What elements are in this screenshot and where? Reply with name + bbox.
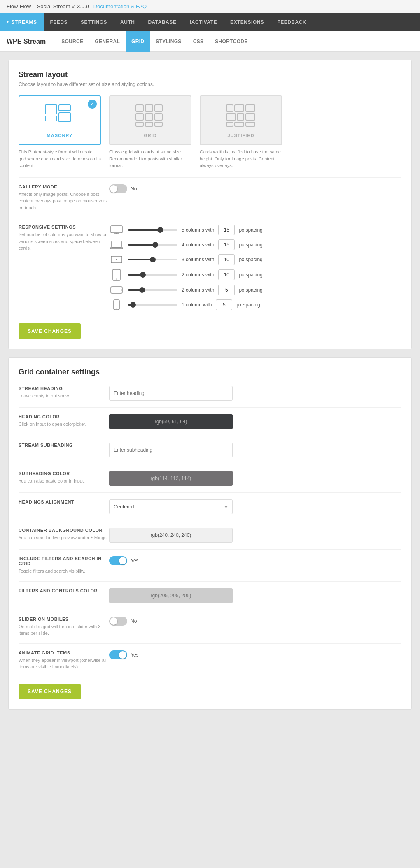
gallery-mode-control: No — [109, 184, 401, 193]
tab-shortcode[interactable]: SHORTCODE — [209, 31, 253, 52]
layout-masonry[interactable]: ✓ MASONRY — [19, 95, 101, 145]
responsive-settings-row: RESPONSIVE SETTINGS Set number of column… — [19, 218, 401, 317]
nav-streams[interactable]: < STREAMS — [0, 13, 44, 31]
slider-mobiles-toggle[interactable]: No — [109, 617, 137, 626]
svg-rect-4 — [136, 105, 143, 111]
filters-color-label-col: FILTERS AND CONTROLS COLOR — [19, 588, 109, 595]
heading-color-label: HEADING COLOR — [19, 414, 109, 419]
nav-feeds[interactable]: FEEDS — [44, 13, 75, 31]
svg-rect-7 — [136, 114, 143, 120]
resp-row-0: 5 columns with px spacing — [109, 225, 263, 235]
layout-justified[interactable]: JUSTIFIED — [200, 95, 282, 145]
nav-activate[interactable]: !ACTIVATE — [183, 13, 224, 31]
nav-database[interactable]: DATABASE — [141, 13, 183, 31]
heading-color-label-col: HEADING COLOR Click on input to open col… — [19, 414, 109, 428]
resp-spacing-4[interactable] — [218, 285, 235, 295]
heading-color-control: rgb(59, 61, 64) — [109, 414, 401, 429]
include-filters-value: Yes — [131, 558, 139, 564]
filters-color-label: FILTERS AND CONTROLS COLOR — [19, 588, 109, 593]
main-nav: < STREAMS FEEDS SETTINGS AUTH DATABASE !… — [0, 13, 420, 31]
tab-source[interactable]: SOURCE — [56, 31, 89, 52]
svg-rect-25 — [112, 241, 121, 247]
device-laptop-icon — [109, 240, 124, 249]
resp-spacing-2[interactable] — [218, 254, 235, 265]
resp-slider-1[interactable] — [128, 244, 177, 246]
responsive-label-col: RESPONSIVE SETTINGS Set number of column… — [19, 225, 109, 252]
animate-grid-label: ANIMATE GRID ITEMS — [19, 650, 109, 655]
svg-rect-8 — [145, 114, 153, 120]
tab-grid[interactable]: GRID — [126, 31, 150, 52]
save-button-1[interactable]: SAVE CHANGES — [19, 323, 81, 339]
resp-text-5: 1 column with — [182, 302, 212, 308]
headings-alignment-select[interactable]: Left Centered Right — [109, 499, 233, 514]
layout-grid[interactable]: GRID — [109, 95, 191, 145]
resp-spacing-3[interactable] — [218, 269, 235, 280]
resp-slider-0[interactable] — [128, 229, 177, 231]
stream-subheading-row: STREAM SUBHEADING — [19, 436, 401, 464]
resp-slider-5[interactable] — [128, 304, 177, 306]
headings-alignment-label-col: HEADINGS ALIGNMENT — [19, 499, 109, 506]
gallery-mode-track[interactable] — [109, 184, 127, 193]
svg-rect-20 — [235, 122, 244, 126]
resp-spacing-1[interactable] — [218, 239, 235, 250]
stream-heading-input[interactable] — [109, 386, 233, 401]
stream-subheading-control — [109, 443, 401, 457]
resp-unit-5: px spacing — [236, 302, 260, 308]
gallery-mode-toggle[interactable]: No — [109, 184, 137, 193]
tab-general[interactable]: GENERAL — [89, 31, 126, 52]
stream-heading-label: STREAM HEADING — [19, 386, 109, 391]
nav-feedback[interactable]: FEEDBACK — [271, 13, 313, 31]
heading-color-swatch[interactable]: rgb(59, 61, 64) — [109, 414, 233, 429]
resp-spacing-5[interactable] — [216, 299, 232, 310]
responsive-grid: 5 columns with px spacing — [109, 225, 263, 310]
resp-slider-3[interactable] — [128, 274, 177, 276]
stream-subheading-input[interactable] — [109, 443, 233, 457]
include-filters-track[interactable] — [109, 556, 127, 565]
svg-rect-16 — [226, 114, 236, 120]
subheading-color-row: SUBHEADING COLOR You can also paste colo… — [19, 464, 401, 492]
animate-grid-thumb — [119, 651, 126, 659]
filters-color-swatch[interactable]: rgb(205, 205, 205) — [109, 588, 233, 603]
resp-slider-2[interactable] — [128, 259, 177, 260]
resp-slider-4[interactable] — [128, 289, 177, 291]
resp-spacing-0[interactable] — [218, 225, 235, 235]
gallery-mode-label-col: GALLERY MODE Affects only image posts. C… — [19, 184, 109, 211]
gallery-mode-value: No — [131, 186, 137, 192]
slider-mobiles-control: No — [109, 617, 401, 626]
animate-grid-toggle[interactable]: Yes — [109, 650, 139, 659]
svg-rect-26 — [110, 248, 123, 249]
container-bg-label: CONTAINER BACKGROUND COLOR — [19, 528, 109, 533]
subheading-color-swatch[interactable]: rgb(114, 112, 114) — [109, 471, 233, 486]
heading-color-desc: Click on input to open colorpicker. — [19, 421, 109, 428]
include-filters-thumb — [119, 557, 126, 564]
filters-color-control: rgb(205, 205, 205) — [109, 588, 401, 603]
app-title: Flow-Flow – Social Stream v. 3.0.9 — [7, 3, 89, 9]
docs-link[interactable]: Documentation & FAQ — [93, 3, 147, 9]
resp-row-5: 1 column with px spacing — [109, 299, 263, 310]
animate-grid-value: Yes — [131, 652, 139, 658]
nav-extensions[interactable]: EXTENSIONS — [224, 13, 271, 31]
container-bg-desc: You can see it in live preview under Sty… — [19, 534, 109, 541]
include-filters-toggle[interactable]: Yes — [109, 556, 139, 565]
gallery-mode-label: GALLERY MODE — [19, 184, 109, 189]
responsive-label: RESPONSIVE SETTINGS — [19, 225, 109, 230]
nav-auth[interactable]: AUTH — [114, 13, 141, 31]
animate-grid-track[interactable] — [109, 650, 127, 659]
svg-rect-11 — [145, 122, 153, 126]
tab-stylings[interactable]: STYLINGS — [150, 31, 187, 52]
svg-rect-5 — [145, 105, 153, 111]
grid-container-title: Grid container settings — [19, 368, 401, 376]
subheading-color-label: SUBHEADING COLOR — [19, 471, 109, 476]
include-filters-label: INCLUDE FILTERS AND SEARCH IN GRID — [19, 556, 109, 566]
slider-mobiles-track[interactable] — [109, 617, 127, 626]
masonry-checkmark: ✓ — [88, 100, 97, 109]
resp-row-1: 4 columns with px spacing — [109, 239, 263, 250]
headings-alignment-row: HEADINGS ALIGNMENT Left Centered Right — [19, 492, 401, 521]
grid-container-card: Grid container settings STREAM HEADING L… — [8, 357, 412, 710]
stream-subheading-label-col: STREAM SUBHEADING — [19, 443, 109, 449]
stream-layout-title: Stream layout — [19, 70, 401, 79]
container-bg-swatch[interactable]: rgb(240, 240, 240) — [109, 528, 233, 543]
save-button-2[interactable]: SAVE CHANGES — [19, 684, 81, 699]
nav-settings[interactable]: SETTINGS — [74, 13, 114, 31]
tab-css[interactable]: CSS — [187, 31, 210, 52]
